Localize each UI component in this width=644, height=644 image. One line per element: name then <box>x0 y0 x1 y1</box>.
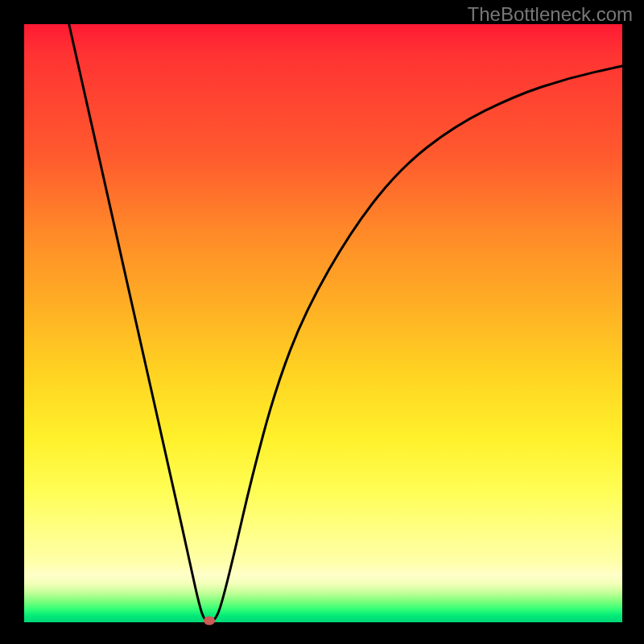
bottleneck-curve-svg <box>24 24 622 622</box>
minimum-marker <box>204 617 215 625</box>
watermark-text: TheBottleneck.com <box>468 3 633 26</box>
bottleneck-curve-path <box>69 24 622 621</box>
